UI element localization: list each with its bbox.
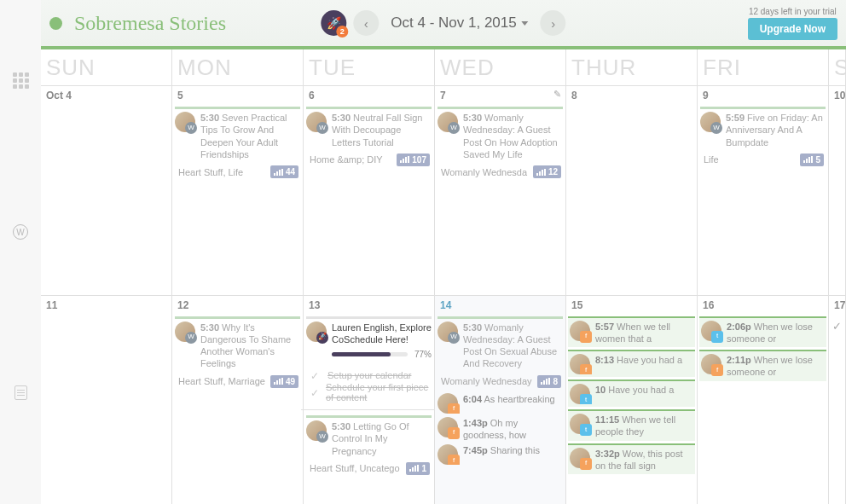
header: Sobremesa Stories 🚀 2 ‹ Oct 4 - Nov 1, 2… [41,0,846,46]
event-post[interactable]: W 5:30 Womanly Wednesday: A Guest Post O… [437,322,563,370]
cell-oct9[interactable]: 9 W 5:59 Five on Friday: An Anniversary … [698,85,829,295]
event-post[interactable]: W 5:30 Seven Practical Tips To Grow And … [175,112,300,160]
date-label: 9 [698,86,828,107]
document-icon [14,385,27,400]
event-post[interactable]: W 5:30 Neutral Fall Sign With Decoupage … [306,112,432,148]
twitter-icon: t [580,394,592,404]
social-block[interactable]: f2:11p When we lose someone or [699,350,826,381]
cell-oct7[interactable]: 7 ✎ W 5:30 Womanly Wednesday: A Guest Po… [435,85,566,295]
event-meta: Life5 [700,152,826,168]
sidebar-wordpress[interactable]: W [0,211,41,252]
social-block[interactable]: f5:57 When we tell women that a [568,316,695,348]
weekday-thur: THUR [566,49,698,85]
weekday-sun: SUN [41,49,172,85]
signal-icon [409,465,419,472]
cell-oct10[interactable]: 10 [829,85,846,295]
wordpress-icon: W [316,431,328,443]
event-topbar [175,316,300,319]
prev-button[interactable]: ‹ [353,10,379,36]
event-meta: Womanly Wednesda12 [437,164,563,180]
wordpress-icon: W [448,332,460,344]
cell-oct15[interactable]: 15 f5:57 When we tell women that a f8:13… [566,295,698,505]
wordpress-icon: W [13,224,28,240]
cell-oct8[interactable]: 8 [566,85,698,295]
social-block[interactable]: f3:32p Wow, this post on the fall sign [568,443,695,475]
cell-oct5[interactable]: 5 W 5:30 Seven Practical Tips To Grow An… [172,85,304,295]
upgrade-button[interactable]: Upgrade Now [748,18,837,40]
event-text: As heartbreaking [484,394,554,404]
event-time: 1:43p [463,418,488,428]
date-label-today: 14 [435,296,565,316]
date-label: 10 [829,86,845,107]
event-time: 5:30 [200,113,219,123]
date-label: 15 [566,296,697,316]
event-social[interactable]: f 7:45p Sharing this [437,444,563,465]
event-meta: Heart Stuff, Life44 [175,164,300,180]
event-meta: Heart Stuff, Uncatego1 [306,461,432,477]
cell-oct17[interactable]: 17 ✓ [829,295,846,505]
signal-icon [274,378,283,385]
event-title: Lauren English, Explore CoSchedule Here! [332,322,432,345]
brand-title: Sobremesa Stories [74,12,226,35]
event-meta: Home &amp; DIY107 [306,152,432,168]
next-button[interactable]: › [541,10,566,36]
signal-icon [274,169,283,176]
signal-icon [803,156,813,163]
cell-oct12[interactable]: 12 W 5:30 Why It's Dangerous To Shame An… [172,295,304,505]
event-text: Have you had a [617,355,682,365]
cell-oct14-today[interactable]: 14 W 5:30 Womanly Wednesday: A Guest Pos… [435,295,566,505]
social-block[interactable]: t2:06p When we lose someone or [699,316,826,348]
event-post[interactable]: W 5:30 Womanly Wednesday: A Guest Post O… [437,112,563,160]
event-topbar [175,107,300,109]
date-label: 5 [172,86,303,107]
event-meta: Heart Stuff, Marriage49 [175,374,300,390]
caret-down-icon [522,21,529,26]
divider [301,409,437,410]
event-coschedule[interactable]: 🚀 Lauren English, Explore CoSchedule Her… [306,322,432,366]
cell-oct16[interactable]: 16 t2:06p When we lose someone or f2:11p… [698,295,829,505]
wordpress-icon: W [185,332,197,344]
sidebar-apps[interactable] [0,60,41,101]
social-block[interactable]: t11:15 When we tell people they [568,409,695,441]
event-time: 5:30 [200,322,219,333]
event-time: 10 [595,385,606,395]
date-label: 7 [435,86,565,107]
weekday-sat: S [829,49,846,85]
date-range-picker[interactable]: Oct 4 - Nov 1, 2015 [385,14,533,32]
event-post[interactable]: W 5:59 Five on Friday: An Anniversary An… [700,112,826,148]
event-time: 11:15 [595,414,619,425]
cell-oct6[interactable]: 6 W 5:30 Neutral Fall Sign With Decoupag… [304,85,435,295]
date-label: 16 [698,296,828,316]
event-post[interactable]: W 5:30 Letting Go Of Control In My Pregn… [306,420,432,457]
signal-icon [536,169,546,176]
event-post[interactable]: W 5:30 Why It's Dangerous To Shame Anoth… [175,322,300,370]
cell-oct13[interactable]: 13 🚀 Lauren English, Explore CoSchedule … [304,295,435,505]
date-label: 6 [304,86,434,107]
date-label: 12 [172,296,303,316]
event-social[interactable]: f 6:04 As heartbreaking [437,393,563,414]
event-topbar [306,316,432,319]
event-time: 2:06p [727,322,751,332]
social-block[interactable]: f8:13 Have you had a [568,350,695,377]
event-social[interactable]: f 1:43p Oh my goodness, how [437,417,563,442]
facebook-icon: f [580,364,592,374]
wordpress-icon: W [185,122,197,134]
sidebar-docs[interactable] [0,372,41,413]
event-time: 5:57 [595,322,614,332]
cell-oct4[interactable]: Oct 4 [41,85,172,295]
task-item[interactable]: ✓Setup your calendar [310,370,429,380]
rocket-button[interactable]: 🚀 2 [321,10,346,36]
event-time: 5:30 [332,113,351,123]
task-item[interactable]: ✓Schedule your first piece of content [310,382,429,403]
rocket-badge: 2 [336,26,348,38]
event-time: 3:32p [595,449,620,459]
weekday-fri: FRI [698,49,829,85]
event-time: 5:59 [726,113,745,123]
social-block[interactable]: t10 Have you had a [568,379,695,407]
event-time: 2:11p [727,355,751,365]
cell-oct11[interactable]: 11 [41,295,172,505]
check-icon: ✓ [310,370,321,380]
sidebar: W [0,0,41,504]
wordpress-icon: W [316,122,328,134]
pencil-icon[interactable]: ✎ [553,89,561,100]
